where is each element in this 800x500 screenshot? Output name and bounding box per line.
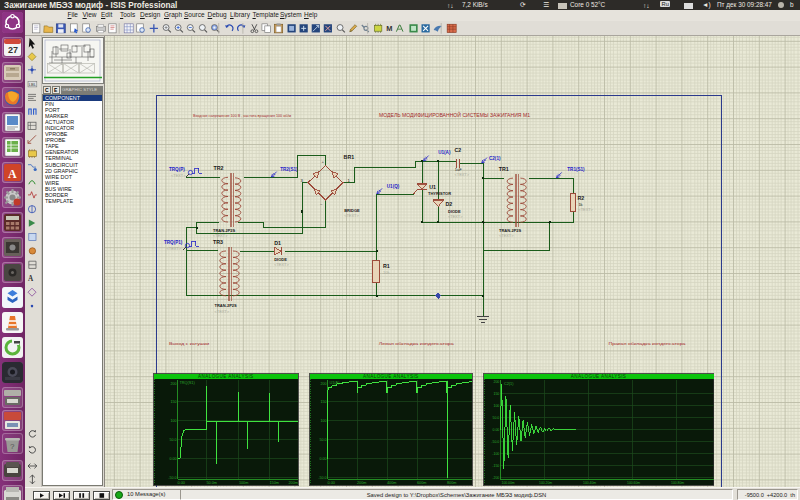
svg-text:<TEXT>: <TEXT> [499,233,514,238]
svg-text:100.20m: 100.20m [539,481,552,485]
svg-text:-50.0: -50.0 [318,476,326,480]
svg-text:TR1: TR1 [499,166,509,172]
svg-text:600m: 600m [417,481,427,485]
svg-text:C2(1): C2(1) [489,156,501,161]
svg-text:BRIDGE: BRIDGE [344,208,360,213]
svg-text:200m: 200m [289,481,299,485]
svg-text:BR1: BR1 [344,154,355,160]
svg-text:Входное напряжение 100 В , час: Входное напряжение 100 В , частота враще… [193,113,291,118]
svg-text:200: 200 [493,380,499,384]
svg-text:150: 150 [171,400,177,404]
svg-text:150: 150 [321,400,327,404]
svg-text:Выход с катушки: Выход с катушки [169,341,210,346]
svg-text:27: 27 [8,45,18,55]
svg-text:C2: C2 [455,147,462,153]
svg-text:0.00: 0.00 [492,428,499,432]
svg-text:A: A [8,167,17,181]
svg-text:ANALOGUE ANALYSIS: ANALOGUE ANALYSIS [363,374,418,379]
svg-text:TRQ(P): TRQ(P) [169,167,185,172]
svg-text:150m: 150m [270,481,280,485]
svg-text:D1: D1 [274,240,281,246]
svg-text:-100: -100 [492,452,499,456]
svg-text:50.0: 50.0 [320,438,327,442]
svg-text:THYRISTOR: THYRISTOR [428,191,451,196]
svg-text:TRQ(S1): TRQ(S1) [180,381,196,385]
svg-text:50.0: 50.0 [492,416,499,420]
svg-text:400m: 400m [387,481,397,485]
svg-text:?: ? [10,442,15,451]
svg-text:<TEXT>: <TEXT> [274,262,289,267]
svg-text:100: 100 [321,419,327,423]
svg-text:100.60m: 100.60m [627,481,640,485]
svg-text:10k: 10k [383,270,389,275]
svg-text:Правая обкладка конденсатора: Правая обкладка конденсатора [609,341,687,346]
svg-text:100.80m: 100.80m [671,481,684,485]
svg-text:0.00: 0.00 [178,481,185,485]
svg-text:C2(1): C2(1) [504,382,514,386]
svg-text:<TEXT>: <TEXT> [578,207,593,212]
svg-text:1k: 1k [578,202,582,207]
svg-text:TR1(S1): TR1(S1) [567,167,585,172]
svg-text:D2: D2 [445,201,452,207]
svg-text:<TEXT>: <TEXT> [167,246,182,251]
svg-text:LBL: LBL [29,82,37,87]
svg-text:200: 200 [171,382,177,386]
svg-text:100m: 100m [239,481,249,485]
svg-text:-50.0: -50.0 [168,476,176,480]
svg-text:100.40m: 100.40m [583,481,596,485]
svg-text:200m: 200m [357,481,367,485]
svg-text:M: M [386,24,392,33]
svg-text:100: 100 [493,404,499,408]
svg-text:150: 150 [493,392,499,396]
svg-text:<TEXT>: <TEXT> [448,214,463,219]
svg-text:<TEXT>: <TEXT> [344,213,359,218]
svg-text:<TEXT>: <TEXT> [215,309,230,314]
svg-text:ANALOGUE ANALYSIS: ANALOGUE ANALYSIS [198,374,253,379]
svg-text:0.00: 0.00 [328,481,335,485]
svg-text:800m: 800m [447,481,457,485]
svg-text:<TEXT>: <TEXT> [213,233,228,238]
svg-text:200: 200 [321,382,327,386]
svg-text:TRAN-2P2S: TRAN-2P2S [499,228,522,233]
svg-text:ANALOGUE ANALYSIS: ANALOGUE ANALYSIS [571,374,626,379]
svg-text:-200: -200 [492,476,499,480]
svg-text:50.0: 50.0 [170,438,177,442]
svg-text:R1: R1 [383,263,390,269]
svg-text:TR3: TR3 [213,239,223,245]
svg-text:0.00: 0.00 [170,457,177,461]
svg-text:0.00: 0.00 [320,457,327,461]
svg-text:<TEXT>: <TEXT> [455,172,470,177]
svg-text:МОДЕЛЬ МОДИФИЦИРОВАННОЙ СИСТЕМ: МОДЕЛЬ МОДИФИЦИРОВАННОЙ СИСТЕМЫ ЗАЖИГАНИ… [379,111,530,118]
svg-text:Левая обкладка конденсатора: Левая обкладка конденсатора [379,341,455,346]
svg-text:TRQ(P1): TRQ(P1) [164,240,183,245]
svg-text:R2: R2 [578,195,585,201]
svg-text:U1(A): U1(A) [438,150,451,155]
svg-text:U1: U1 [429,184,436,190]
svg-text:-50.0: -50.0 [491,440,499,444]
svg-text:TR2(S1): TR2(S1) [280,167,298,172]
svg-text:100.00m: 100.00m [502,481,515,485]
svg-text:100: 100 [171,419,177,423]
svg-text:1uF: 1uF [455,167,462,172]
svg-text:TR2: TR2 [214,165,224,171]
svg-text:A: A [28,276,34,284]
svg-text:-150: -150 [492,464,499,468]
svg-text:50.0m: 50.0m [206,481,217,485]
svg-text:<TEXT>: <TEXT> [171,173,186,178]
svg-text:U1(Q): U1(Q) [387,184,400,189]
